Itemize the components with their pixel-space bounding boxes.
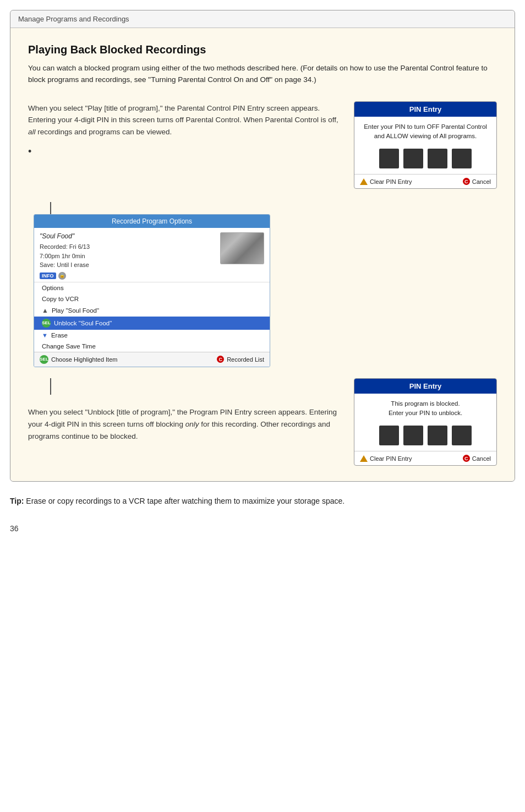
sel-icon: SEL xyxy=(42,319,51,328)
section-title: Playing Back Blocked Recordings xyxy=(28,43,497,56)
footer-sel-icon: SEL xyxy=(40,355,48,364)
pin-entry-desc-2-line1: This program is blocked. xyxy=(391,400,460,407)
page-number: 36 xyxy=(10,524,515,533)
menu-item-options[interactable]: Options xyxy=(34,282,270,293)
pin-entry-title-2: PIN Entry xyxy=(354,379,496,394)
pin-entry-desc-1: Enter your PIN to turn OFF Parental Cont… xyxy=(354,117,496,145)
clear-pin-label-1: Clear PIN Entry xyxy=(370,178,412,185)
menu-item-unblock[interactable]: SEL Unblock "Soul Food" xyxy=(34,317,270,330)
arrow-connector-1 xyxy=(50,202,51,214)
pin-entry-desc-2-line2: Enter your PIN to unblock. xyxy=(389,410,462,416)
triangle-icon-2 xyxy=(360,455,368,462)
tip-section: Tip: Erase or copy recordings to a VCR t… xyxy=(10,495,515,507)
pin-entry-box-2: PIN Entry This program is blocked. Enter… xyxy=(354,378,497,466)
circle-cancel-icon-1: C xyxy=(463,178,470,185)
circle-cancel-icon-2: C xyxy=(463,455,470,462)
footer-circle-icon: C xyxy=(217,356,224,363)
cancel-pin-label-2: Cancel xyxy=(472,455,491,462)
top-bar: Manage Programs and Recordings xyxy=(10,10,515,28)
pin-square-2 xyxy=(403,149,423,168)
tip-bold: Tip: xyxy=(10,497,24,505)
info-badge: INFO xyxy=(40,273,56,279)
pin-entry-title-1: PIN Entry xyxy=(354,102,496,117)
menu-item-play[interactable]: ▲ Play "Soul Food" xyxy=(34,304,270,317)
pin-square-2-4 xyxy=(452,426,472,445)
menu-item-erase-label: Erase xyxy=(51,332,68,339)
program-details: Recorded: Fri 6/13 7:00pm 1hr 0min Save:… xyxy=(40,242,215,270)
play-arrow-icon: ▲ xyxy=(42,307,48,314)
menu-items: Options Copy to VCR ▲ Play "Soul Food" S… xyxy=(34,282,270,352)
recorded-program-box: Recorded Program Options "Soul Food" Rec… xyxy=(34,214,270,367)
top-bar-label: Manage Programs and Recordings xyxy=(18,15,129,23)
pin-square-2-1 xyxy=(379,426,399,445)
recorded-box-info: "Soul Food" Recorded: Fri 6/13 7:00pm 1h… xyxy=(40,232,215,280)
pin-entry-desc-2: This program is blocked. Enter your PIN … xyxy=(354,394,496,422)
outer-border: Manage Programs and Recordings Playing B… xyxy=(10,10,515,482)
left-text-2: When you select "Unblock [title of progr… xyxy=(28,378,341,442)
erase-arrow-icon: ▼ xyxy=(42,332,48,339)
menu-item-copy-vcr[interactable]: Copy to VCR xyxy=(34,293,270,304)
triangle-icon-1 xyxy=(360,178,368,185)
detail-line-1: Recorded: Fri 6/13 xyxy=(40,242,215,252)
program-title: "Soul Food" xyxy=(40,232,215,240)
recorded-box-title: Recorded Program Options xyxy=(34,215,270,228)
pin-entry-box-1: PIN Entry Enter your PIN to turn OFF Par… xyxy=(354,101,497,189)
pin-square-3 xyxy=(428,149,447,168)
cancel-pin-button-1[interactable]: C Cancel xyxy=(463,178,491,185)
info-icons: INFO 🔒 xyxy=(40,272,215,280)
pin-entry-footer-2: Clear PIN Entry C Cancel xyxy=(354,451,496,465)
menu-item-erase[interactable]: ▼ Erase xyxy=(34,330,270,341)
menu-item-options-label: Options xyxy=(42,285,64,291)
detail-line-3: Save: Until I erase xyxy=(40,260,215,270)
cancel-pin-button-2[interactable]: C Cancel xyxy=(463,455,491,462)
cancel-pin-label-1: Cancel xyxy=(472,178,491,185)
clear-pin-button-2[interactable]: Clear PIN Entry xyxy=(360,455,412,462)
menu-item-unblock-label: Unblock "Soul Food" xyxy=(54,320,112,326)
pin-squares-2 xyxy=(354,421,496,451)
thumb-inner xyxy=(221,233,264,264)
footer-left: SEL Choose Highlighted Item xyxy=(40,355,117,364)
menu-item-copy-vcr-label: Copy to VCR xyxy=(42,296,79,302)
footer-choose-label: Choose Highlighted Item xyxy=(51,356,117,363)
pin-square-4 xyxy=(452,149,472,168)
intro-text: You can watch a blocked program using ei… xyxy=(28,63,497,86)
lock-icon: 🔒 xyxy=(58,272,66,280)
recorded-box-wrapper: Recorded Program Options "Soul Food" Rec… xyxy=(28,202,497,367)
menu-item-play-label: Play "Soul Food" xyxy=(52,307,99,314)
main-content: Playing Back Blocked Recordings You can … xyxy=(10,28,515,481)
footer-recorded-list-label: Recorded List xyxy=(227,356,264,363)
pin-square-2-3 xyxy=(428,426,447,445)
clear-pin-label-2: Clear PIN Entry xyxy=(370,455,412,462)
pin-square-2-2 xyxy=(403,426,423,445)
pin-entry-footer-1: Clear PIN Entry C Cancel xyxy=(354,174,496,188)
clear-pin-button-1[interactable]: Clear PIN Entry xyxy=(360,178,412,185)
menu-item-change-save-label: Change Save Time xyxy=(42,343,96,350)
detail-line-2: 7:00pm 1hr 0min xyxy=(40,252,215,261)
recorded-box-footer: SEL Choose Highlighted Item C Recorded L… xyxy=(34,352,270,367)
recorded-box-header: "Soul Food" Recorded: Fri 6/13 7:00pm 1h… xyxy=(34,228,270,282)
menu-item-change-save[interactable]: Change Save Time xyxy=(34,341,270,352)
row-2: When you select "Unblock [title of progr… xyxy=(28,378,497,466)
row-1: When you select "Play [title of program]… xyxy=(28,101,497,189)
row2-arrow xyxy=(50,378,51,395)
footer-right: C Recorded List xyxy=(217,356,264,363)
pin-square-1 xyxy=(379,149,399,168)
pin-squares-1 xyxy=(354,144,496,174)
tip-text: Erase or copy recordings to a VCR tape a… xyxy=(26,497,344,505)
left-text-1: When you select "Play [title of program]… xyxy=(28,101,341,160)
program-thumbnail xyxy=(220,232,264,264)
